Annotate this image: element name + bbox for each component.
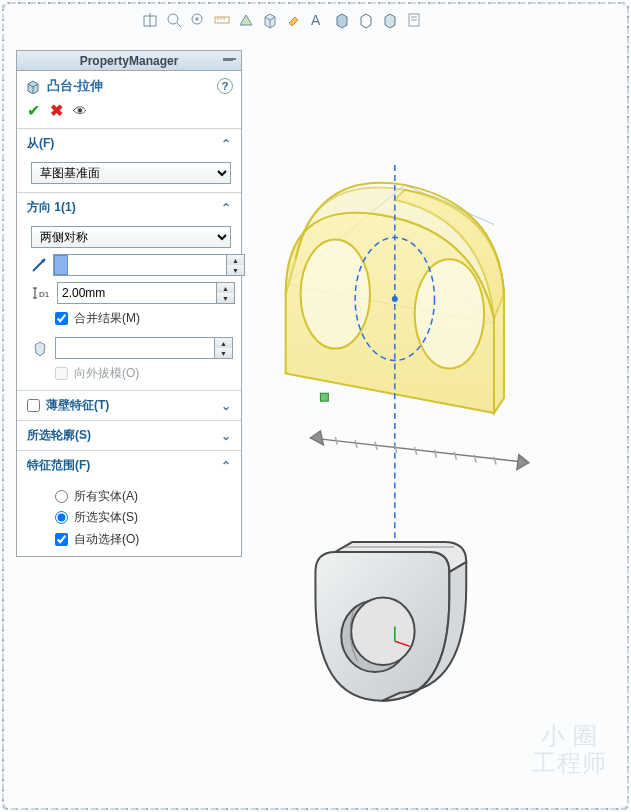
model-viewport[interactable] [246, 42, 623, 804]
help-icon[interactable]: ? [217, 78, 233, 94]
draft-input[interactable] [56, 338, 214, 358]
spin-down[interactable]: ▼ [227, 265, 244, 275]
scope-auto-checkbox[interactable] [55, 533, 68, 546]
svg-text:A: A [311, 12, 321, 28]
ruler-icon[interactable] [212, 10, 232, 30]
svg-line-26 [355, 440, 357, 448]
chevron-up-icon: ⌃ [221, 201, 231, 215]
from-select[interactable]: 草图基准面 [31, 162, 231, 184]
chevron-up-icon: ⌃ [221, 137, 231, 151]
svg-line-33 [494, 457, 496, 465]
svg-line-25 [335, 437, 337, 445]
draft-outward-label: 向外拔模(O) [74, 365, 139, 382]
section-scope: 特征范围(F) ⌃ 所有实体(A) 所选实体(S) 自动选择(O) [17, 450, 241, 556]
chevron-up-icon: ⌃ [221, 459, 231, 473]
spin-up[interactable]: ▲ [215, 338, 232, 348]
watermark: 小 圈 工程师 [532, 723, 607, 776]
depth-input[interactable] [58, 283, 216, 303]
svg-line-28 [395, 445, 397, 453]
scope-selected-radio[interactable] [55, 511, 68, 524]
svg-rect-23 [320, 393, 328, 401]
svg-line-24 [310, 438, 528, 463]
zoom-area-icon[interactable] [188, 10, 208, 30]
spin-up[interactable]: ▲ [227, 255, 244, 265]
scope-header[interactable]: 特征范围(F) ⌃ [17, 451, 241, 480]
chevron-down-icon: ⌄ [221, 429, 231, 443]
reverse-direction-icon[interactable] [31, 257, 47, 273]
from-label: 从(F) [27, 135, 54, 152]
property-manager-panel: PropertyManager 凸台-拉伸 ? ✔ ✖ 👁 从(F) ⌃ 草图基… [16, 50, 242, 557]
contour-label: 所选轮廓(S) [27, 427, 91, 444]
doc-icon[interactable] [404, 10, 424, 30]
dir1-condition-select[interactable]: 两侧对称 [31, 226, 231, 248]
cube-icon[interactable] [260, 10, 280, 30]
section-icon[interactable] [236, 10, 256, 30]
section-contour: 所选轮廓(S) ⌄ [17, 420, 241, 450]
shaded-edges-icon[interactable] [332, 10, 352, 30]
merge-result-checkbox[interactable] [55, 312, 68, 325]
pm-header: PropertyManager [17, 51, 241, 71]
extrude-icon [25, 78, 41, 94]
pm-title: PropertyManager [80, 54, 179, 68]
wireframe-icon[interactable] [356, 10, 376, 30]
paint-icon[interactable] [284, 10, 304, 30]
spin-down[interactable]: ▼ [217, 293, 234, 303]
chevron-down-icon: ⌄ [221, 399, 231, 413]
text-icon[interactable]: A [308, 10, 328, 30]
zoom-fit-icon[interactable] [164, 10, 184, 30]
thin-label: 薄壁特征(T) [46, 397, 109, 414]
svg-point-2 [168, 14, 178, 24]
watermark-line2: 工程师 [532, 750, 607, 776]
svg-rect-15 [223, 58, 233, 61]
svg-point-22 [392, 296, 398, 302]
dir1-label: 方向 1(1) [27, 199, 76, 216]
draft-outward-checkbox [55, 367, 68, 380]
cancel-button[interactable]: ✖ [50, 101, 63, 120]
scope-all-label: 所有实体(A) [74, 488, 138, 505]
dir1-header[interactable]: 方向 1(1) ⌃ [17, 193, 241, 222]
svg-point-18 [301, 239, 370, 348]
top-toolbar: A [140, 10, 424, 30]
ok-button[interactable]: ✔ [27, 101, 40, 120]
from-header[interactable]: 从(F) ⌃ [17, 129, 241, 158]
section-thin: 薄壁特征(T) ⌄ [17, 390, 241, 420]
svg-text:D1: D1 [39, 290, 50, 299]
depth-icon[interactable]: D1 [31, 285, 51, 301]
svg-line-29 [415, 447, 417, 455]
spin-down[interactable]: ▼ [215, 348, 232, 358]
svg-rect-7 [215, 17, 229, 23]
scope-label: 特征范围(F) [27, 457, 90, 474]
view-ico-1[interactable] [140, 10, 160, 30]
scope-selected-label: 所选实体(S) [74, 509, 138, 526]
scope-all-radio[interactable] [55, 490, 68, 503]
svg-line-30 [435, 450, 437, 458]
pin-icon[interactable] [221, 53, 237, 69]
distance-input[interactable] [68, 255, 226, 275]
scope-auto-label: 自动选择(O) [74, 531, 139, 548]
watermark-line1: 小 圈 [532, 723, 607, 749]
feature-title-row: 凸台-拉伸 ? [17, 71, 241, 97]
draft-icon[interactable] [31, 339, 49, 357]
svg-line-27 [375, 442, 377, 450]
spin-up[interactable]: ▲ [217, 283, 234, 293]
section-from: 从(F) ⌃ 草图基准面 [17, 128, 241, 192]
feature-name: 凸台-拉伸 [47, 77, 103, 95]
shaded-icon[interactable] [380, 10, 400, 30]
section-direction1: 方向 1(1) ⌃ 两侧对称 ▲ ▼ [17, 192, 241, 390]
action-row: ✔ ✖ 👁 [17, 97, 241, 128]
svg-line-31 [454, 452, 456, 460]
svg-point-36 [351, 598, 414, 665]
svg-point-19 [415, 259, 484, 368]
distance-field-active [54, 255, 68, 275]
svg-line-3 [177, 23, 181, 27]
contour-header[interactable]: 所选轮廓(S) ⌄ [17, 421, 241, 450]
merge-result-label: 合并结果(M) [74, 310, 140, 327]
thin-checkbox[interactable] [27, 399, 40, 412]
preview-icon[interactable]: 👁 [73, 103, 87, 119]
thin-header[interactable]: 薄壁特征(T) ⌄ [17, 391, 241, 420]
